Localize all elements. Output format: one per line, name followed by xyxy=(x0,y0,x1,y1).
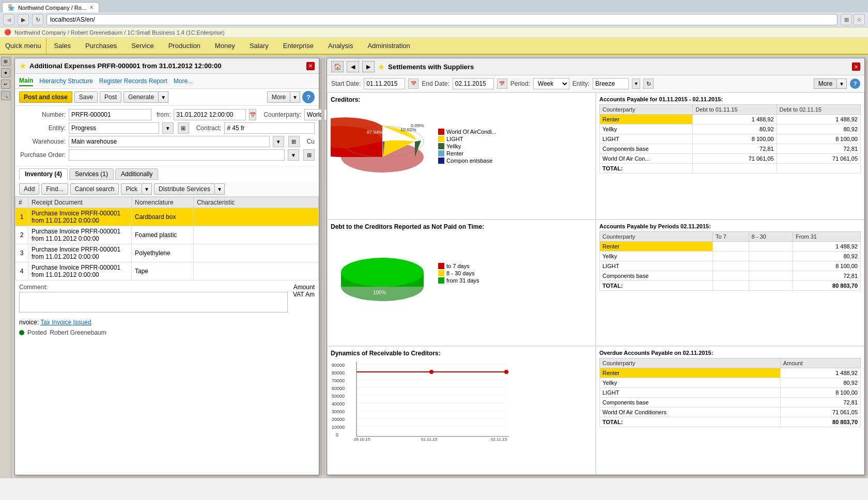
sidebar-search-icon[interactable]: 🔍 xyxy=(1,91,10,100)
save-button[interactable]: Save xyxy=(74,91,98,103)
post-and-close-button[interactable]: Post and close xyxy=(19,91,72,103)
table-row[interactable]: 1 Purchase Invoice PRFR-000001 from 11.0… xyxy=(16,208,319,226)
right-window-back-button[interactable]: ◀ xyxy=(347,61,359,72)
from-input[interactable] xyxy=(174,109,246,120)
left-window-star-icon[interactable]: ★ xyxy=(19,61,26,71)
table-row[interactable]: 3 Purchase Invoice PRFR-000001 from 11.0… xyxy=(16,244,319,262)
sidebar-back-icon[interactable]: ↩ xyxy=(1,80,10,89)
bookmarks-icon[interactable]: ⊞ xyxy=(841,14,852,25)
contract-input[interactable] xyxy=(224,122,315,134)
generate-dropdown-arrow[interactable]: ▼ xyxy=(159,91,168,103)
status-row: Posted Robert Greenebaum xyxy=(15,327,319,338)
warehouse-input[interactable] xyxy=(69,136,270,147)
right-more-button[interactable]: More xyxy=(814,79,837,89)
post-button[interactable]: Post xyxy=(100,91,121,103)
browser-tab[interactable]: 🏪 Northwind Company / Ro... ✕ xyxy=(2,2,99,12)
svg-text:70000: 70000 xyxy=(332,378,345,383)
sidebar-star-icon[interactable]: ★ xyxy=(1,68,10,77)
purchase-order-input[interactable] xyxy=(69,149,285,161)
amount-label: Amount xyxy=(293,284,315,291)
menu-item-production[interactable]: Production xyxy=(161,38,208,54)
entity-select-icon[interactable]: ▼ xyxy=(162,122,174,134)
cancel-search-button[interactable]: Cancel search xyxy=(70,183,119,195)
right-window-star-icon[interactable]: ★ xyxy=(378,62,385,72)
ap-col: Counterparty xyxy=(600,105,693,115)
right-more-arrow[interactable]: ▼ xyxy=(837,79,847,89)
entity-select-icon[interactable]: ▼ xyxy=(632,79,640,89)
refresh-icon[interactable]: ↻ xyxy=(643,79,654,89)
warehouse-open-icon[interactable]: ⊞ xyxy=(288,136,300,147)
menu-item-sales[interactable]: Sales xyxy=(47,38,78,54)
add-button[interactable]: Add xyxy=(19,183,39,195)
ap-table-row: Yellky 80,92 80,92 xyxy=(600,124,861,134)
entity-open-icon[interactable]: ⊞ xyxy=(178,122,189,134)
star-bookmark-icon[interactable]: ☆ xyxy=(854,14,865,25)
menu-item-purchases[interactable]: Purchases xyxy=(78,38,124,54)
distribute-dropdown-arrow[interactable]: ▼ xyxy=(215,183,225,195)
legend-components-color xyxy=(438,158,444,164)
right-window-close-button[interactable]: ✕ xyxy=(852,62,860,71)
number-input[interactable] xyxy=(69,109,151,120)
more-dropdown-arrow[interactable]: ▼ xyxy=(290,91,300,103)
left-window-close-button[interactable]: ✕ xyxy=(306,62,315,70)
right-window-forward-button[interactable]: ▶ xyxy=(362,61,375,72)
end-date-cal-icon[interactable]: 📅 xyxy=(497,79,507,89)
browser-tab-bar: 🏪 Northwind Company / Ro... ✕ xyxy=(0,0,868,12)
menu-item-admin[interactable]: Administration xyxy=(360,38,417,54)
tab-main[interactable]: Main xyxy=(19,76,33,86)
col-number: # xyxy=(16,197,28,208)
pick-dropdown-arrow[interactable]: ▼ xyxy=(142,183,152,195)
right-help-button[interactable]: ? xyxy=(850,79,860,89)
help-button[interactable]: ? xyxy=(302,91,315,103)
left-window-title: Additional Expenses PRFR-000001 from 31.… xyxy=(29,62,303,70)
right-window: 🏠 ◀ ▶ ★ Settlements with Suppliers ✕ Sta… xyxy=(327,58,865,475)
ov-cp: World Of Air Conditioners xyxy=(600,408,781,417)
ap-p-f31: 72,81 xyxy=(793,271,861,280)
additionally-tab[interactable]: Additionally xyxy=(115,168,158,180)
generate-button[interactable]: Generate xyxy=(123,91,159,103)
tab-hierarchy[interactable]: Hierarchy Structure xyxy=(39,76,92,86)
back-button[interactable]: ◀ xyxy=(3,14,14,25)
refresh-button[interactable]: ↻ xyxy=(32,14,43,25)
pick-button[interactable]: Pick xyxy=(121,183,142,195)
forward-button[interactable]: ▶ xyxy=(18,14,29,25)
date-picker-icon[interactable]: 📅 xyxy=(249,109,256,120)
quick-menu-button[interactable]: Quick menu xyxy=(0,38,47,54)
address-input[interactable] xyxy=(47,14,838,25)
more-dropdown: More ▼ xyxy=(267,91,300,103)
services-tab[interactable]: Services (1) xyxy=(69,168,114,180)
invoice-link[interactable]: Tax Invoice Issued xyxy=(40,319,91,326)
invoice-label: nvoice: xyxy=(19,319,39,326)
end-date-label: End Date: xyxy=(422,80,449,87)
comment-input[interactable] xyxy=(19,292,288,312)
start-date-input[interactable] xyxy=(364,78,405,89)
table-row[interactable]: 4 Purchase Invoice PRFR-000001 from 11.0… xyxy=(16,262,319,280)
tab-more[interactable]: More... xyxy=(174,76,193,86)
home-button[interactable]: 🏠 xyxy=(331,61,344,72)
tab-close-icon[interactable]: ✕ xyxy=(89,5,94,10)
purchase-order-select-icon[interactable]: ▼ xyxy=(288,149,299,161)
end-date-input[interactable] xyxy=(453,78,494,89)
entity-input[interactable] xyxy=(69,122,159,134)
cell-num: 4 xyxy=(16,262,28,280)
window-separator xyxy=(321,58,324,475)
menu-item-enterprise[interactable]: Enterprise xyxy=(276,38,321,54)
entity-input[interactable] xyxy=(593,78,629,89)
menu-item-salary[interactable]: Salary xyxy=(242,38,276,54)
find-button[interactable]: Find... xyxy=(41,183,68,195)
period-select[interactable]: Week xyxy=(533,78,569,89)
menu-item-analysis[interactable]: Analysis xyxy=(321,38,360,54)
purchase-order-open-icon[interactable]: ⊞ xyxy=(303,149,315,161)
tab-register[interactable]: Register Records Report xyxy=(99,76,167,86)
start-date-cal-icon[interactable]: 📅 xyxy=(408,79,419,89)
menu-item-service[interactable]: Service xyxy=(124,38,161,54)
menu-item-money[interactable]: Money xyxy=(208,38,242,54)
left-window-toolbar: Post and close Save Post Generate ▼ More… xyxy=(15,89,319,106)
inventory-tab[interactable]: Inventory (4) xyxy=(19,168,68,180)
warehouse-select-icon[interactable]: ▼ xyxy=(273,136,284,147)
more-button[interactable]: More xyxy=(267,91,290,103)
sidebar-grid-icon[interactable]: ⊞ xyxy=(1,57,10,66)
distribute-button[interactable]: Distribute Services xyxy=(154,183,215,195)
legend-renter-label: Renter xyxy=(446,150,463,157)
table-row[interactable]: 2 Purchase Invoice PRFR-000001 from 11.0… xyxy=(16,226,319,244)
